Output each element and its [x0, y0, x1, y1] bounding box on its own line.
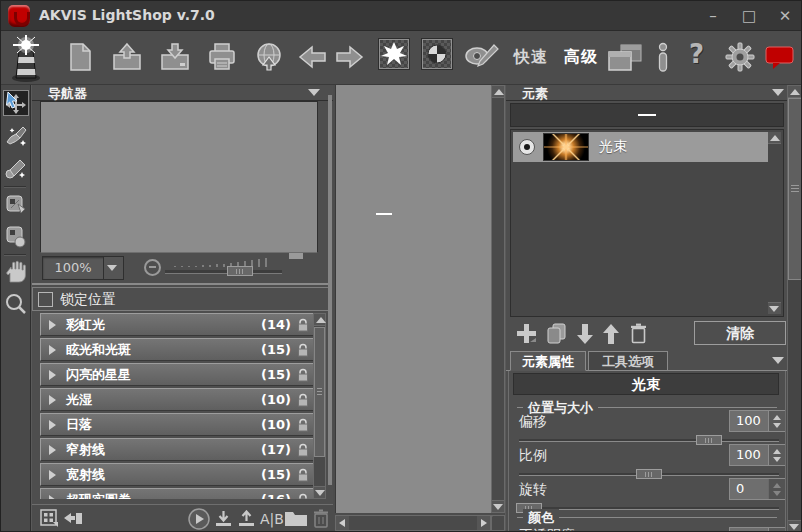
tab-tool-options[interactable]: 工具选项 — [588, 351, 668, 371]
opacity-value[interactable] — [730, 528, 768, 532]
scroll-up-button[interactable] — [768, 132, 781, 144]
scroll-left-button[interactable] — [336, 516, 349, 530]
move-element-up-button[interactable] — [602, 323, 620, 345]
panel-splitter-handle[interactable] — [289, 253, 303, 259]
expand-icon[interactable] — [49, 445, 56, 455]
canvas-vertical-scrollbar[interactable] — [491, 85, 505, 513]
effects-scrollbar[interactable] — [313, 313, 326, 499]
feedback-button[interactable] — [765, 45, 795, 71]
spinner-buttons[interactable] — [768, 528, 786, 532]
minimize-button[interactable]: – — [701, 5, 725, 27]
rotation-value[interactable]: 0 — [730, 479, 768, 499]
light-brush-tool-button[interactable] — [3, 123, 29, 149]
effect-group-row[interactable]: 光湿(10) — [40, 388, 314, 411]
effect-group-row[interactable]: 宽射线(15) — [40, 463, 314, 486]
scroll-up-button[interactable] — [788, 86, 802, 98]
effect-group-row[interactable]: 彩虹光(14) — [40, 313, 314, 336]
spinner-buttons[interactable] — [768, 479, 786, 499]
expand-icon[interactable] — [49, 320, 56, 330]
spinner-buttons[interactable] — [768, 445, 786, 465]
move-element-down-button[interactable] — [576, 323, 594, 345]
scroll-right-button[interactable] — [477, 516, 490, 530]
advanced-mode-button[interactable]: 高级 — [564, 47, 598, 68]
delete-preset-button[interactable] — [313, 509, 329, 528]
tab-element-properties[interactable]: 元素属性 — [510, 351, 586, 371]
open-folder-button[interactable] — [284, 509, 308, 527]
strip-handle[interactable] — [638, 114, 656, 116]
right-panel-scrollbar[interactable] — [787, 85, 802, 532]
scroll-down-button[interactable] — [788, 520, 802, 532]
lock-position-checkbox[interactable] — [38, 292, 53, 307]
scroll-down-button[interactable] — [768, 302, 781, 314]
image-canvas[interactable] — [335, 85, 491, 513]
smudge-tool-button[interactable] — [3, 191, 29, 217]
offset-spinbox[interactable]: 100 — [729, 410, 786, 432]
export-presets-button[interactable] — [238, 510, 255, 528]
effect-group-row[interactable]: 眩光和光斑(15) — [40, 338, 314, 361]
zoom-tool-button[interactable] — [3, 291, 29, 317]
left-panel-scroll-strip[interactable] — [328, 95, 332, 485]
expand-icon[interactable] — [49, 470, 56, 480]
navigator-preview[interactable] — [40, 101, 318, 253]
import-presets-button[interactable] — [215, 510, 232, 528]
element-visibility-radio[interactable] — [519, 139, 535, 155]
info-button[interactable] — [655, 42, 671, 74]
canvas-horizontal-scrollbar[interactable] — [335, 515, 491, 531]
slider-handle[interactable] — [636, 469, 662, 479]
effect-group-row[interactable]: 闪亮的星星(15) — [40, 363, 314, 386]
print-button[interactable] — [206, 41, 238, 73]
slider-handle[interactable] — [696, 435, 722, 445]
spinner-buttons[interactable] — [768, 411, 786, 431]
elements-scrollbar[interactable] — [768, 132, 781, 314]
help-button[interactable]: ? — [689, 39, 704, 69]
panel-splitter[interactable] — [32, 283, 332, 285]
opacity-spinbox[interactable] — [729, 527, 786, 532]
clear-elements-button[interactable]: 清除 — [694, 321, 786, 345]
delete-element-button[interactable] — [630, 323, 647, 344]
move-tool-button[interactable] — [3, 90, 29, 116]
scrollbar-thumb[interactable] — [314, 327, 325, 457]
effect-group-row[interactable]: 窄射线(17) — [40, 438, 314, 461]
scale-value[interactable]: 100 — [730, 445, 768, 465]
tabs-collapse-icon[interactable] — [772, 357, 784, 364]
effect-group-row[interactable]: 日落(10) — [40, 413, 314, 436]
expand-icon[interactable] — [49, 370, 56, 380]
scroll-down-button[interactable] — [314, 486, 325, 498]
zoom-combobox[interactable]: 100% — [42, 256, 124, 280]
expand-icon[interactable] — [49, 420, 56, 430]
publish-web-button[interactable] — [253, 41, 285, 73]
hand-tool-button[interactable] — [3, 259, 29, 285]
workspace-windows-button[interactable] — [607, 43, 643, 73]
elements-collapse-icon[interactable] — [772, 89, 784, 96]
scroll-up-button[interactable] — [314, 314, 325, 326]
light-eraser-tool-button[interactable] — [3, 155, 29, 181]
close-button[interactable]: ✕ — [773, 5, 797, 27]
rotation-spinbox[interactable]: 0 — [729, 478, 786, 500]
scrollbar-thumb[interactable] — [788, 98, 802, 280]
run-preset-button[interactable] — [188, 508, 210, 530]
expand-icon[interactable] — [49, 345, 56, 355]
effect-group-row[interactable]: 超现实圆卷(16) — [40, 488, 314, 499]
new-image-button[interactable] — [65, 41, 95, 73]
open-image-button[interactable] — [111, 41, 143, 73]
list-view-button[interactable] — [63, 509, 83, 528]
resize-grip[interactable] — [491, 515, 505, 531]
scroll-down-button[interactable] — [492, 500, 504, 512]
light-effects-button[interactable] — [379, 39, 409, 69]
duplicate-element-button[interactable] — [546, 323, 568, 345]
grid-view-button[interactable] — [40, 509, 59, 528]
zoom-out-button[interactable] — [144, 259, 161, 276]
quick-mode-button[interactable]: 快速 — [514, 47, 548, 68]
mask-mode-button[interactable] — [422, 39, 452, 69]
undo-button[interactable] — [298, 45, 328, 69]
offset-value[interactable]: 100 — [730, 411, 768, 431]
zoom-slider-handle[interactable] — [227, 266, 253, 276]
maximize-button[interactable]: □ — [737, 5, 761, 27]
zoom-slider[interactable] — [165, 256, 283, 280]
preferences-button[interactable] — [724, 41, 756, 73]
zoom-slider-track[interactable] — [165, 270, 282, 274]
ab-compare-button[interactable]: A|B — [260, 511, 284, 527]
redo-button[interactable] — [334, 45, 364, 69]
scale-spinbox[interactable]: 100 — [729, 444, 786, 466]
add-element-button[interactable] — [516, 323, 538, 345]
